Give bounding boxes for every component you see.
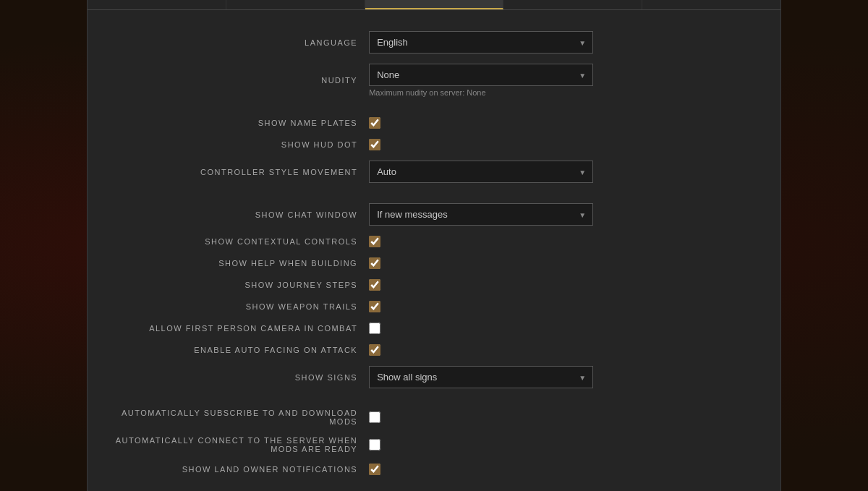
- show-journey-steps-control: [369, 276, 759, 294]
- tab-gameplay[interactable]: GAMEPLAY: [365, 0, 504, 9]
- controller-style-row: CONTROLLER STYLE MOVEMENT Auto: [109, 157, 759, 187]
- show-signs-label: SHOW SIGNS: [109, 362, 369, 392]
- tab-controls[interactable]: CONTROLS: [503, 0, 642, 9]
- show-signs-select-wrapper: Show all signs: [369, 366, 593, 388]
- auto-connect-row: AUTOMATICALLY CONNECT TO THE SERVER WHEN…: [109, 432, 759, 457]
- allow-first-person-row: ALLOW FIRST PERSON CAMERA IN COMBAT: [109, 319, 759, 338]
- language-control: English: [369, 27, 759, 57]
- controller-style-select-wrapper: Auto: [369, 161, 593, 183]
- show-signs-select[interactable]: Show all signs: [369, 366, 593, 388]
- show-journey-steps-row: SHOW JOURNEY STEPS: [109, 276, 759, 294]
- auto-connect-label: AUTOMATICALLY CONNECT TO THE SERVER WHEN…: [109, 432, 369, 457]
- nudity-select[interactable]: None: [369, 64, 593, 86]
- allow-first-person-control: [369, 319, 759, 338]
- spacer-3: [109, 395, 759, 402]
- language-label: LANGUAGE: [109, 27, 369, 57]
- show-land-owner-label: SHOW LAND OWNER NOTIFICATIONS: [109, 460, 369, 479]
- tab-video[interactable]: VIDEO: [88, 0, 226, 9]
- show-name-plates-row: SHOW NAME PLATES: [109, 114, 759, 132]
- nudity-label: NUDITY: [109, 60, 369, 101]
- enable-auto-facing-checkbox[interactable]: [369, 344, 380, 356]
- show-chat-window-row: SHOW CHAT WINDOW If new messages: [109, 200, 759, 229]
- show-contextual-controls-control: [369, 232, 759, 251]
- allow-first-person-checkbox[interactable]: [369, 323, 380, 334]
- nudity-control: None Maximum nudity on server: None: [369, 60, 759, 101]
- language-row: LANGUAGE English: [109, 27, 759, 57]
- show-signs-control: Show all signs: [369, 362, 759, 392]
- show-chat-select-wrapper: If new messages: [369, 203, 593, 226]
- language-select[interactable]: English: [369, 31, 593, 54]
- controller-style-label: CONTROLLER STYLE MOVEMENT: [109, 157, 369, 187]
- show-chat-window-label: SHOW CHAT WINDOW: [109, 200, 369, 229]
- enable-auto-facing-control: [369, 341, 759, 359]
- spacer-1: [109, 103, 759, 111]
- show-contextual-controls-checkbox[interactable]: [369, 236, 380, 247]
- show-help-building-control: [369, 254, 759, 273]
- show-hud-dot-control: [369, 135, 759, 154]
- show-chat-select[interactable]: If new messages: [369, 203, 593, 226]
- tab-bar: VIDEO AUDIO GAMEPLAY CONTROLS KEYBINDING…: [88, 0, 780, 10]
- show-weapon-trails-row: SHOW WEAPON TRAILS: [109, 297, 759, 316]
- modal-overlay: SETTINGS ✕ VIDEO AUDIO GAMEPLAY CONTROLS…: [0, 0, 868, 491]
- settings-grid: LANGUAGE English NUDITY: [109, 25, 759, 482]
- nudity-row: NUDITY None Maximum nudity on server: No…: [109, 60, 759, 101]
- show-signs-row: SHOW SIGNS Show all signs: [109, 362, 759, 392]
- show-hud-dot-row: SHOW HUD DOT: [109, 135, 759, 154]
- show-weapon-trails-label: SHOW WEAPON TRAILS: [109, 297, 369, 316]
- show-journey-steps-label: SHOW JOURNEY STEPS: [109, 276, 369, 294]
- show-weapon-trails-checkbox[interactable]: [369, 301, 380, 312]
- auto-connect-checkbox[interactable]: [369, 439, 380, 451]
- auto-connect-control: [369, 432, 759, 457]
- modal-body: LANGUAGE English NUDITY: [88, 10, 780, 491]
- show-chat-window-control: If new messages: [369, 200, 759, 229]
- show-help-building-row: SHOW HELP WHEN BUILDING: [109, 254, 759, 273]
- auto-subscribe-control: [369, 405, 759, 430]
- show-help-building-label: SHOW HELP WHEN BUILDING: [109, 254, 369, 273]
- show-land-owner-control: [369, 460, 759, 479]
- show-hud-dot-checkbox[interactable]: [369, 139, 380, 150]
- settings-modal: SETTINGS ✕ VIDEO AUDIO GAMEPLAY CONTROLS…: [87, 0, 781, 491]
- show-contextual-controls-row: SHOW CONTEXTUAL CONTROLS: [109, 232, 759, 251]
- show-contextual-controls-label: SHOW CONTEXTUAL CONTROLS: [109, 232, 369, 251]
- nudity-note: Maximum nudity on server: None: [369, 88, 759, 97]
- auto-subscribe-checkbox[interactable]: [369, 411, 380, 423]
- show-weapon-trails-control: [369, 297, 759, 316]
- show-name-plates-control: [369, 114, 759, 132]
- spacer-2: [109, 189, 759, 197]
- tab-keybindings[interactable]: KEYBINDINGS: [642, 0, 780, 9]
- show-name-plates-checkbox[interactable]: [369, 117, 380, 129]
- show-hud-dot-label: SHOW HUD DOT: [109, 135, 369, 154]
- controller-style-select[interactable]: Auto: [369, 161, 593, 183]
- auto-subscribe-label: AUTOMATICALLY SUBSCRIBE TO AND DOWNLOAD …: [109, 405, 369, 430]
- enable-auto-facing-label: ENABLE AUTO FACING ON ATTACK: [109, 341, 369, 359]
- controller-style-control: Auto: [369, 157, 759, 187]
- auto-subscribe-row: AUTOMATICALLY SUBSCRIBE TO AND DOWNLOAD …: [109, 405, 759, 430]
- nudity-select-wrapper: None: [369, 64, 593, 86]
- show-name-plates-label: SHOW NAME PLATES: [109, 114, 369, 132]
- show-land-owner-row: SHOW LAND OWNER NOTIFICATIONS: [109, 460, 759, 479]
- show-help-building-checkbox[interactable]: [369, 257, 380, 269]
- enable-auto-facing-row: ENABLE AUTO FACING ON ATTACK: [109, 341, 759, 359]
- allow-first-person-label: ALLOW FIRST PERSON CAMERA IN COMBAT: [109, 319, 369, 338]
- show-journey-steps-checkbox[interactable]: [369, 279, 380, 291]
- tab-audio[interactable]: AUDIO: [226, 0, 365, 9]
- language-select-wrapper: English: [369, 31, 593, 54]
- show-land-owner-checkbox[interactable]: [369, 464, 380, 475]
